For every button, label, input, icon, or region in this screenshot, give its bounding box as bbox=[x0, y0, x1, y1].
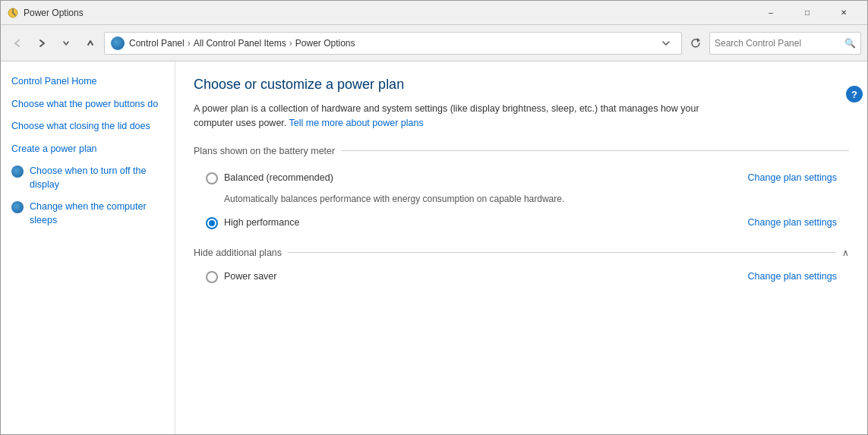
high-performance-plan-name: High performance bbox=[224, 217, 299, 228]
maximize-button[interactable]: □ bbox=[790, 2, 825, 24]
power-saver-radio-area: Power saver bbox=[206, 270, 748, 283]
up-button[interactable] bbox=[80, 33, 101, 54]
high-performance-radio[interactable] bbox=[206, 217, 218, 229]
sidebar-item-control-panel-home[interactable]: Control Panel Home bbox=[1, 71, 175, 93]
learn-more-link[interactable]: Tell me more about power plans bbox=[289, 118, 424, 128]
power-saver-plan-block: Power saver Change plan settings bbox=[194, 264, 849, 289]
search-box: 🔍 bbox=[709, 32, 861, 55]
address-field: Control Panel › All Control Panel Items … bbox=[104, 32, 682, 55]
balanced-plan-desc: Automatically balances performance with … bbox=[212, 194, 849, 204]
close-button[interactable]: ✕ bbox=[826, 2, 861, 24]
main-area: Control Panel Home Choose what the power… bbox=[1, 61, 867, 434]
title-bar: Power Options – □ ✕ bbox=[1, 1, 867, 25]
power-saver-change-link[interactable]: Change plan settings bbox=[748, 271, 837, 282]
window: Power Options – □ ✕ Control bbox=[0, 0, 868, 435]
battery-section-header: Plans shown on the battery meter bbox=[194, 146, 849, 156]
path-sep2: › bbox=[289, 38, 292, 49]
balanced-plan-block: Balanced (recommended) Change plan setti… bbox=[194, 165, 849, 204]
sidebar-item-closing-lid[interactable]: Choose what closing the lid does bbox=[1, 115, 175, 138]
sidebar-link-control-panel-home: Control Panel Home bbox=[11, 75, 97, 89]
address-bar: Control Panel › All Control Panel Items … bbox=[1, 25, 867, 61]
address-dropdown-button[interactable] bbox=[657, 33, 675, 54]
forward-button[interactable] bbox=[31, 33, 52, 54]
minimize-button[interactable]: – bbox=[753, 2, 788, 24]
hide-section-divider bbox=[288, 252, 836, 253]
sleep-icon bbox=[11, 201, 25, 215]
sidebar-link-closing-lid: Choose what closing the lid does bbox=[11, 120, 150, 134]
hide-section-label: Hide additional plans bbox=[194, 247, 288, 258]
balanced-plan-name: Balanced (recommended) bbox=[224, 172, 333, 183]
sidebar-link-create-plan: Create a power plan bbox=[11, 143, 97, 156]
window-controls: – □ ✕ bbox=[753, 2, 861, 24]
description-text: A power plan is a collection of hardware… bbox=[194, 103, 699, 128]
sidebar-link-computer-sleeps: Change when the computer sleeps bbox=[30, 200, 164, 227]
battery-plans-section: Plans shown on the battery meter Balance… bbox=[194, 146, 849, 235]
high-performance-change-link[interactable]: Change plan settings bbox=[748, 217, 837, 228]
balanced-change-link[interactable]: Change plan settings bbox=[748, 172, 837, 183]
hide-section-header: Hide additional plans ∧ bbox=[194, 247, 849, 258]
window-icon bbox=[7, 7, 19, 19]
sidebar: Control Panel Home Choose what the power… bbox=[1, 61, 175, 434]
path-part1: Control Panel bbox=[129, 38, 185, 49]
monitor-icon bbox=[11, 165, 25, 179]
refresh-button[interactable] bbox=[685, 33, 706, 54]
description: A power plan is a collection of hardware… bbox=[194, 102, 725, 131]
battery-section-label: Plans shown on the battery meter bbox=[194, 146, 341, 156]
content-area: Choose or customize a power plan A power… bbox=[175, 61, 867, 434]
help-button[interactable]: ? bbox=[846, 86, 863, 102]
path-part2: All Control Panel Items bbox=[194, 38, 286, 49]
globe-icon bbox=[111, 36, 125, 50]
high-performance-radio-area: High performance bbox=[206, 216, 748, 229]
collapse-icon[interactable]: ∧ bbox=[842, 247, 849, 258]
hide-additional-plans-section: Hide additional plans ∧ Power saver Chan… bbox=[194, 247, 849, 289]
path-part3: Power Options bbox=[295, 38, 355, 49]
address-path: Control Panel › All Control Panel Items … bbox=[129, 38, 652, 49]
sidebar-item-create-plan[interactable]: Create a power plan bbox=[1, 138, 175, 161]
sidebar-link-power-buttons: Choose what the power buttons do bbox=[11, 98, 158, 112]
search-input[interactable] bbox=[715, 38, 844, 49]
balanced-plan-row: Balanced (recommended) Change plan setti… bbox=[194, 165, 849, 191]
sidebar-item-turn-off-display[interactable]: Choose when to turn off the display bbox=[1, 160, 175, 196]
search-icon: 🔍 bbox=[844, 38, 856, 49]
window-title: Power Options bbox=[24, 8, 753, 18]
sidebar-item-computer-sleeps[interactable]: Change when the computer sleeps bbox=[1, 196, 175, 232]
recent-locations-button[interactable] bbox=[55, 33, 77, 54]
power-saver-radio[interactable] bbox=[206, 271, 218, 283]
balanced-radio[interactable] bbox=[206, 172, 218, 184]
window-body: Control Panel › All Control Panel Items … bbox=[1, 25, 867, 434]
page-title: Choose or customize a power plan bbox=[194, 77, 849, 93]
balanced-radio-area: Balanced (recommended) bbox=[206, 172, 748, 184]
sidebar-item-power-buttons[interactable]: Choose what the power buttons do bbox=[1, 93, 175, 116]
high-performance-plan-row: High performance Change plan settings bbox=[194, 210, 849, 235]
high-performance-plan-block: High performance Change plan settings bbox=[194, 210, 849, 235]
path-sep1: › bbox=[188, 38, 191, 49]
power-saver-plan-row: Power saver Change plan settings bbox=[194, 264, 849, 289]
sidebar-link-turn-off-display: Choose when to turn off the display bbox=[30, 165, 164, 191]
svg-marker-1 bbox=[697, 38, 700, 43]
power-saver-plan-name: Power saver bbox=[224, 271, 276, 282]
back-button[interactable] bbox=[7, 33, 28, 54]
section-divider bbox=[341, 150, 849, 151]
